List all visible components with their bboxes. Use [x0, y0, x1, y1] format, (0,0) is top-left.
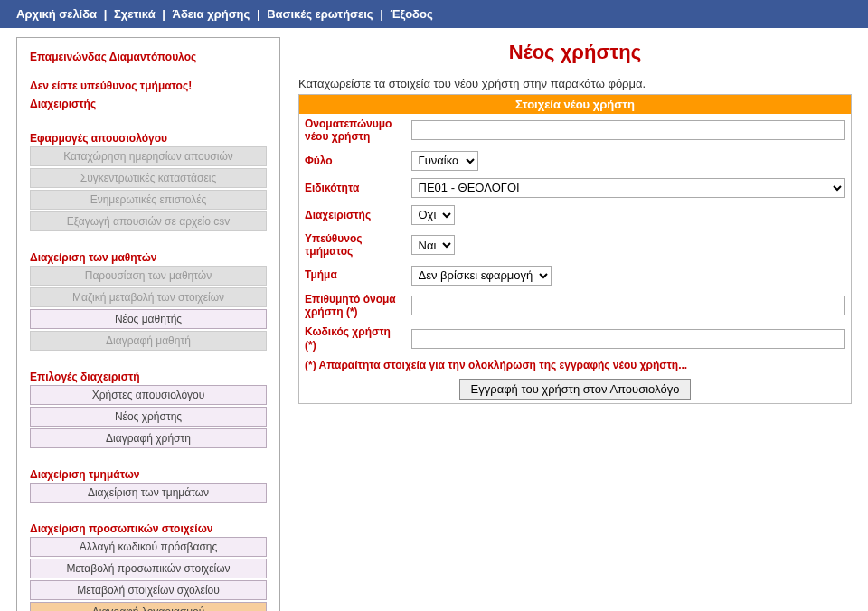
- menu-change-password[interactable]: Αλλαγή κωδικού πρόσβασης: [30, 537, 267, 557]
- select-specialty[interactable]: ΠΕ01 - ΘΕΟΛΟΓΟΙ: [411, 178, 846, 198]
- label-admin: Διαχειριστής: [299, 202, 406, 229]
- sidebar: Επαμεινώνδας Διαμαντόπουλος Δεν είστε υπ…: [16, 37, 280, 611]
- menu-new-student[interactable]: Νέος μαθητής: [30, 309, 267, 329]
- label-supervisor: Υπεύθυνος τμήματος: [299, 229, 406, 262]
- menu-bulk-edit[interactable]: Μαζική μεταβολή των στοιχείων: [30, 287, 267, 307]
- label-password: Κωδικός χρήστη (*): [299, 322, 406, 355]
- submit-button[interactable]: [459, 379, 692, 400]
- nav-logout[interactable]: Έξοδος: [390, 7, 432, 21]
- section-personal-heading: Διαχείριση προσωπικών στοιχείων: [24, 519, 272, 537]
- select-admin[interactable]: Όχι: [411, 205, 455, 225]
- label-gender: Φύλο: [299, 147, 406, 174]
- menu-daily-absences[interactable]: Καταχώρηση ημερησίων απουσιών: [30, 146, 267, 166]
- user-status-1: Δεν είστε υπεύθυνος τμήματος!: [24, 78, 272, 94]
- page-title: Νέος χρήστης: [298, 41, 852, 64]
- input-password[interactable]: [411, 329, 846, 349]
- main-content: Νέος χρήστης Καταχωρείστε τα στοιχεία το…: [298, 37, 852, 404]
- menu-delete-user[interactable]: Διαγραφή χρήστη: [30, 428, 267, 448]
- section-classes-heading: Διαχείριση τμημάτων: [24, 465, 272, 483]
- section-absences-heading: Εφαρμογές απουσιολόγου: [24, 128, 272, 146]
- nav-license[interactable]: Άδεια χρήσης: [173, 7, 250, 21]
- menu-export-csv[interactable]: Εξαγωγή απουσιών σε αρχείο csv: [30, 212, 267, 231]
- input-username[interactable]: [411, 296, 846, 315]
- menu-new-user[interactable]: Νέος χρήστης: [30, 407, 267, 427]
- menu-show-students[interactable]: Παρουσίαση των μαθητών: [30, 266, 267, 286]
- label-fullname: Ονοματεπώνυμο νέου χρήστη: [299, 114, 406, 147]
- select-section[interactable]: Δεν βρίσκει εφαρμογή: [411, 266, 552, 286]
- label-specialty: Ειδικότητα: [299, 174, 406, 202]
- menu-summary[interactable]: Συγκεντρωτικές καταστάσεις: [30, 168, 267, 188]
- page-description: Καταχωρείστε τα στοιχεία του νέου χρήστη…: [298, 77, 852, 90]
- nav-faq[interactable]: Βασικές ερωτήσεις: [267, 7, 373, 21]
- menu-users[interactable]: Χρήστες απουσιολόγου: [30, 385, 267, 405]
- nav-home[interactable]: Αρχική σελίδα: [16, 7, 97, 21]
- form-footnote: (*) Απαραίτητα στοιχεία για την ολοκλήρω…: [299, 355, 852, 375]
- menu-edit-school[interactable]: Μεταβολή στοιχείων σχολείου: [30, 580, 267, 600]
- menu-edit-personal[interactable]: Μεταβολή προσωπικών στοιχείων: [30, 559, 267, 578]
- select-supervisor[interactable]: Ναι: [411, 235, 455, 255]
- menu-delete-account[interactable]: Διαγραφή λογαριασμού: [30, 602, 267, 611]
- form-header: Στοιχεία νέου χρήστη: [299, 95, 852, 115]
- nav-about[interactable]: Σχετικά: [114, 7, 156, 21]
- top-nav: Αρχική σελίδα | Σχετικά | Άδεια χρήσης |…: [0, 0, 868, 28]
- user-status-2: Διαχειριστής: [24, 96, 272, 112]
- section-students-heading: Διαχείριση των μαθητών: [24, 248, 272, 266]
- input-fullname[interactable]: [411, 120, 846, 140]
- menu-manage-classes[interactable]: Διαχείριση των τμημάτων: [30, 483, 267, 503]
- new-user-form: Στοιχεία νέου χρήστη Ονοματεπώνυμο νέου …: [298, 94, 852, 404]
- menu-letters[interactable]: Ενημερωτικές επιστολές: [30, 190, 267, 210]
- section-admin-heading: Επιλογές διαχειριστή: [24, 367, 272, 385]
- menu-delete-student[interactable]: Διαγραφή μαθητή: [30, 331, 267, 351]
- select-gender[interactable]: Γυναίκα: [411, 151, 478, 171]
- label-section: Τμήμα: [299, 262, 406, 289]
- user-name: Επαμεινώνδας Διαμαντόπουλος: [24, 49, 272, 65]
- label-username: Επιθυμητό όνομα χρήστη (*): [299, 289, 406, 323]
